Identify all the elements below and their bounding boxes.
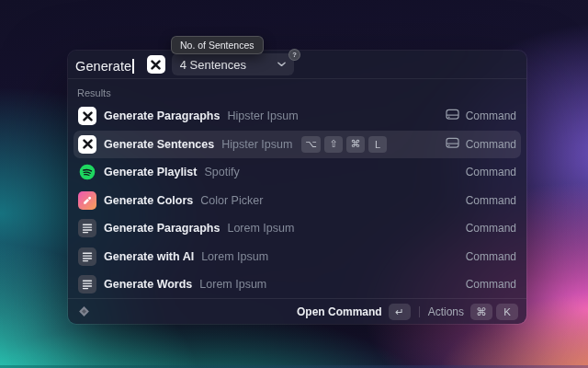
search-value: Generate xyxy=(75,59,131,74)
raycast-logo-icon[interactable] xyxy=(78,305,90,317)
item-title: Generate Colors xyxy=(104,194,193,207)
spotify-icon xyxy=(78,163,96,181)
item-title: Generate Paragraphs xyxy=(104,222,220,235)
list-item-selected[interactable]: Generate Sentences Hipster Ipsum ⌥ ⇧ ⌘ L… xyxy=(74,131,521,159)
k-key-icon: K xyxy=(496,304,518,320)
item-type: Command xyxy=(466,166,516,178)
item-type: Command xyxy=(466,138,516,151)
hipster-ipsum-x-logo-icon xyxy=(78,135,96,154)
item-type: Command xyxy=(466,194,516,207)
return-key-icon: ↵ xyxy=(389,304,411,320)
results-header: Results xyxy=(68,79,526,102)
item-subtitle: Hipster Ipsum xyxy=(227,109,298,122)
list-item[interactable]: Generate with AI Lorem Ipsum Command xyxy=(74,243,521,271)
drive-icon xyxy=(446,108,459,124)
item-type: Command xyxy=(466,278,516,291)
shift-key: ⇧ xyxy=(324,136,343,153)
actions-button[interactable]: Actions xyxy=(428,305,464,318)
sentences-dropdown-value: 4 Sentences xyxy=(180,58,246,72)
document-text-icon xyxy=(78,219,96,237)
help-badge[interactable]: ? xyxy=(288,49,300,61)
command-palette-window: Generate 4 Sentences ? Results Generate … xyxy=(68,51,526,324)
tooltip-text: No. of Sentences xyxy=(180,40,254,51)
list-item[interactable]: Generate Playlist Spotify Command xyxy=(74,158,521,187)
command-key-icon: ⌘ xyxy=(470,304,492,320)
item-type: Command xyxy=(466,250,516,263)
results-list: Generate Paragraphs Hipster Ipsum Comman… xyxy=(68,102,526,299)
option-key: ⌥ xyxy=(301,136,321,153)
item-subtitle: Color Picker xyxy=(200,194,263,207)
results-section: Results Generate Paragraphs Hipster Ipsu… xyxy=(68,79,526,298)
item-subtitle: Spotify xyxy=(204,166,239,178)
item-subtitle: Hipster Ipsum xyxy=(221,138,292,151)
search-bar: Generate 4 Sentences ? xyxy=(68,51,526,79)
item-type: Command xyxy=(466,222,516,235)
drive-icon xyxy=(446,136,459,153)
item-title: Generate Playlist xyxy=(104,166,197,178)
command-key: ⌘ xyxy=(346,136,365,153)
footer-divider xyxy=(419,306,420,317)
item-type: Command xyxy=(466,109,516,122)
list-item[interactable]: Generate Words Lorem Ipsum Command xyxy=(74,270,521,299)
document-text-icon xyxy=(78,275,96,293)
text-caret xyxy=(132,59,134,74)
item-subtitle: Lorem Ipsum xyxy=(199,278,266,291)
list-item[interactable]: Generate Colors Color Picker Command xyxy=(74,187,521,215)
search-input[interactable]: Generate xyxy=(75,56,134,74)
hipster-ipsum-x-logo-icon xyxy=(78,107,96,125)
dropdown-tooltip: No. of Sentences xyxy=(171,36,264,54)
list-item[interactable]: Generate Paragraphs Lorem Ipsum Command xyxy=(74,214,521,243)
color-picker-icon xyxy=(78,191,96,210)
item-title: Generate Words xyxy=(104,278,192,291)
help-badge-glyph: ? xyxy=(292,51,297,59)
shortcut-keys: ⌥ ⇧ ⌘ L xyxy=(301,136,387,153)
list-item[interactable]: Generate Paragraphs Hipster Ipsum Comman… xyxy=(74,102,521,131)
document-text-icon xyxy=(78,247,96,266)
open-command-button[interactable]: Open Command xyxy=(297,305,382,318)
item-title: Generate Sentences xyxy=(104,138,214,151)
chevron-down-icon xyxy=(277,62,286,67)
item-title: Generate Paragraphs xyxy=(104,109,220,122)
item-title: Generate with AI xyxy=(104,250,194,263)
l-key: L xyxy=(368,136,387,153)
sentences-dropdown[interactable]: 4 Sentences ? xyxy=(172,53,294,75)
action-bar: Open Command ↵ Actions ⌘ K xyxy=(68,298,526,324)
hipster-ipsum-x-logo-icon xyxy=(147,55,165,74)
item-subtitle: Lorem Ipsum xyxy=(201,250,268,263)
item-subtitle: Lorem Ipsum xyxy=(227,222,294,235)
